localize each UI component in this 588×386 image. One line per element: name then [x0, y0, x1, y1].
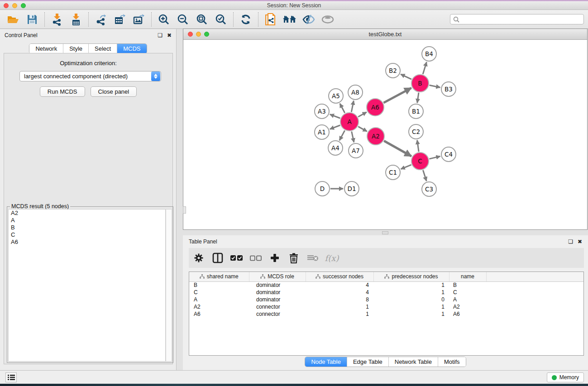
mcds-result-item[interactable]: C [9, 231, 165, 238]
network-window-titlebar[interactable]: testGlobe.txt [183, 29, 587, 40]
close-window-button[interactable] [4, 3, 9, 8]
show-columns-button[interactable] [211, 251, 224, 265]
table-cell[interactable]: B [189, 281, 249, 289]
graph-node-C2[interactable]: C2 [409, 124, 423, 139]
task-history-button[interactable] [5, 372, 17, 382]
graph-node-C3[interactable]: C3 [422, 182, 436, 196]
graph-edge-C-C2[interactable] [417, 140, 419, 152]
graph-edge-A-A8[interactable] [351, 101, 354, 112]
deselect-all-columns-button[interactable] [249, 251, 262, 265]
table-cell[interactable]: 1 [306, 310, 373, 318]
graph-node-D[interactable]: D [315, 181, 330, 196]
graph-node-A[interactable]: A [340, 113, 359, 131]
save-session-button[interactable] [23, 11, 42, 28]
table-row[interactable]: Cdominator41C [189, 289, 583, 296]
graph-node-B2[interactable]: B2 [386, 63, 400, 78]
zoom-selected-button[interactable] [211, 11, 230, 28]
graph-node-A1[interactable]: A1 [315, 125, 329, 139]
graph-edge-B-B4[interactable] [423, 62, 426, 74]
graph-node-A3[interactable]: A3 [315, 104, 329, 119]
table-row[interactable]: A2connector11A2 [189, 303, 583, 310]
canvas-collapse-handle[interactable] [183, 206, 186, 214]
column-header-name[interactable]: name [449, 272, 486, 281]
table-cell[interactable]: dominator [249, 289, 306, 296]
graph-edge-A-A6[interactable] [358, 112, 367, 117]
table-cell[interactable]: A [449, 296, 486, 303]
graph-node-C[interactable]: C [411, 152, 429, 170]
delete-column-button[interactable] [287, 251, 300, 265]
tab-network-table[interactable]: Network Table [388, 357, 438, 367]
network-canvas[interactable]: AA6A2BCA5A8A3A1A4A7B4B2B3B1C2C4C1C3DD1 [183, 40, 587, 229]
table-cell[interactable]: C [449, 289, 486, 296]
graph-edge-A2-C[interactable] [384, 141, 411, 156]
function-builder-button[interactable]: f(x) [325, 251, 338, 265]
table-cell[interactable]: 1 [373, 289, 449, 296]
import-network-button[interactable] [48, 11, 67, 28]
graph-edge-B-B3[interactable] [430, 85, 440, 87]
table-cell[interactable]: 1 [306, 303, 373, 310]
graph-node-A2[interactable]: A2 [367, 128, 384, 145]
graph-node-C4[interactable]: C4 [441, 147, 456, 162]
table-cell[interactable]: 1 [373, 281, 449, 289]
tab-edge-table[interactable]: Edge Table [347, 357, 388, 367]
graph-node-D1[interactable]: D1 [344, 181, 359, 196]
hide-details-button[interactable] [299, 11, 318, 28]
select-all-columns-button[interactable] [230, 251, 243, 265]
table-cell[interactable]: B [449, 281, 486, 289]
graph-edge-A6-B[interactable] [384, 88, 411, 103]
graph-node-A7[interactable]: A7 [349, 143, 363, 158]
table-row[interactable]: A6connector11A6 [189, 310, 583, 318]
graph-node-B4[interactable]: B4 [422, 47, 436, 61]
maximize-window-button[interactable] [21, 3, 26, 8]
table-cell[interactable]: A [189, 296, 249, 303]
table-settings-button[interactable] [192, 251, 205, 265]
table-cell[interactable]: 4 [306, 281, 373, 289]
graph-edge-A-A2[interactable] [358, 127, 367, 132]
float-panel-icon[interactable]: ❏ [158, 32, 163, 38]
memory-button[interactable]: Memory [547, 372, 584, 382]
close-panel-button[interactable]: Close panel [91, 86, 137, 97]
horizontal-splitter-handle[interactable] [382, 231, 388, 234]
close-panel-icon[interactable]: ✖ [578, 238, 582, 245]
table-row[interactable]: Bdominator41B [189, 281, 583, 289]
zoom-out-button[interactable] [173, 11, 192, 28]
mcds-result-item[interactable]: A6 [9, 238, 165, 246]
table-cell[interactable]: dominator [249, 296, 306, 303]
graph-node-B3[interactable]: B3 [441, 82, 456, 96]
run-mcds-button[interactable]: Run MCDS [40, 86, 85, 97]
criterion-dropdown[interactable]: largest connected component (directed) [19, 71, 161, 81]
mcds-result-item[interactable]: B [9, 224, 165, 231]
column-header-predecessor-nodes[interactable]: predecessor nodes [373, 272, 449, 281]
graph-edge-C-C4[interactable] [429, 156, 440, 159]
graph-node-B1[interactable]: B1 [409, 104, 423, 119]
graph-node-B[interactable]: B [411, 75, 429, 92]
graph-node-A6[interactable]: A6 [367, 99, 384, 116]
mcds-result-list[interactable]: A2ABCA6 [8, 209, 166, 362]
network-minimize-button[interactable] [196, 32, 201, 37]
clone-network-button[interactable] [261, 11, 280, 28]
table-cell[interactable]: A2 [189, 303, 249, 310]
delete-table-button[interactable] [306, 251, 319, 265]
graph-node-A4[interactable]: A4 [328, 141, 343, 155]
open-session-button[interactable] [4, 11, 23, 28]
apply-layout-button[interactable] [236, 11, 255, 28]
export-image-button[interactable] [129, 11, 148, 28]
show-details-button[interactable] [318, 11, 337, 28]
table-cell[interactable]: C [189, 289, 249, 296]
graph-edge-B-B1[interactable] [417, 93, 419, 103]
table-cell[interactable]: connector [249, 303, 306, 310]
table-cell[interactable]: 8 [306, 296, 373, 303]
minimize-window-button[interactable] [12, 3, 17, 8]
mcds-result-scrollbar[interactable] [166, 209, 172, 362]
network-close-button[interactable] [188, 32, 193, 37]
home-view-button[interactable] [280, 11, 299, 28]
column-header-MCDS-role[interactable]: MCDS role [249, 272, 306, 281]
table-cell[interactable]: A2 [449, 303, 486, 310]
graph-edge-A-A3[interactable] [330, 114, 340, 119]
zoom-in-button[interactable] [154, 11, 173, 28]
table-cell[interactable]: A6 [449, 310, 486, 318]
network-maximize-button[interactable] [204, 32, 209, 37]
tab-mcds[interactable]: MCDS [117, 44, 146, 53]
mcds-result-item[interactable]: A [9, 217, 165, 224]
export-network-button[interactable] [91, 11, 110, 28]
